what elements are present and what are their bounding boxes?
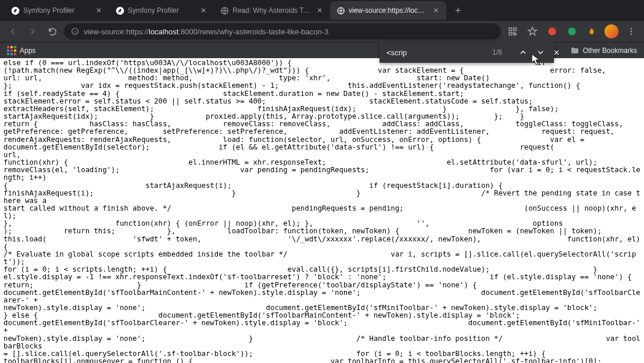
info-icon [71, 27, 79, 35]
tab-1[interactable]: Symfony Profiler ✕ [109, 1, 214, 20]
svg-point-12 [631, 33, 632, 35]
symfony-icon [115, 6, 124, 15]
extension-icon[interactable] [544, 23, 560, 40]
close-icon[interactable]: ✕ [431, 6, 441, 15]
avatar[interactable] [603, 23, 620, 40]
svg-rect-6 [514, 28, 517, 31]
toolbar: view-source:https://localhost:8000/news/… [0, 21, 644, 42]
close-icon[interactable]: ✕ [315, 6, 324, 15]
folder-icon [570, 46, 579, 55]
forward-button[interactable] [24, 23, 41, 40]
other-bookmarks-label: Other Bookmarks [583, 47, 637, 55]
globe-icon [220, 6, 229, 15]
star-icon[interactable] [524, 23, 541, 40]
svg-rect-5 [509, 28, 512, 31]
svg-point-10 [631, 28, 632, 30]
find-next-button[interactable] [536, 48, 545, 57]
other-bookmarks-button[interactable]: Other Bookmarks [570, 46, 637, 55]
find-close-button[interactable]: ✕ [553, 48, 560, 57]
apps-label: Apps [20, 47, 35, 55]
svg-rect-7 [509, 33, 512, 35]
apps-icon [7, 46, 16, 55]
find-bar: 1/8 ✕ [380, 42, 554, 63]
find-input[interactable] [387, 48, 484, 57]
close-icon[interactable]: ✕ [199, 6, 208, 15]
apps-button[interactable]: Apps [7, 46, 35, 55]
qr-icon[interactable] [505, 23, 521, 40]
page-content: else if (0 === url.indexOf('https\u003A\… [0, 58, 644, 363]
svg-point-8 [548, 27, 556, 35]
extension-icon[interactable] [564, 23, 580, 40]
url-bar[interactable]: view-source:https://localhost:8000/news/… [64, 23, 501, 40]
tab-0[interactable]: Symfony Profiler ✕ [5, 1, 109, 20]
tab-title: Symfony Profiler [128, 6, 195, 15]
tab-title: Symfony Profiler [23, 6, 91, 15]
reload-button[interactable] [44, 23, 60, 40]
symfony-icon [10, 6, 20, 15]
find-count: 1/8 [492, 48, 502, 56]
globe-icon [336, 6, 345, 15]
tab-title: view-source:https://localhost:80 [349, 6, 428, 15]
tab-3[interactable]: view-source:https://localhost:80 ✕ [330, 1, 446, 20]
url-text: view-source:https://localhost:8000/news/… [84, 27, 494, 36]
tab-2[interactable]: Read: Why Asteroids Taste Like ✕ [214, 1, 330, 20]
tab-title: Read: Why Asteroids Taste Like [232, 6, 312, 15]
new-tab-button[interactable]: + [450, 2, 466, 19]
tab-strip: Symfony Profiler ✕ Symfony Profiler ✕ Re… [0, 0, 644, 21]
svg-point-11 [631, 31, 632, 33]
back-button[interactable] [5, 23, 21, 40]
source-code[interactable]: else if (0 === url.indexOf('https\u003A\… [3, 59, 641, 363]
menu-icon[interactable] [623, 23, 639, 40]
close-icon[interactable]: ✕ [94, 6, 103, 15]
find-prev-button[interactable] [518, 48, 528, 57]
extension-icon[interactable] [584, 23, 600, 40]
svg-point-9 [568, 27, 575, 35]
